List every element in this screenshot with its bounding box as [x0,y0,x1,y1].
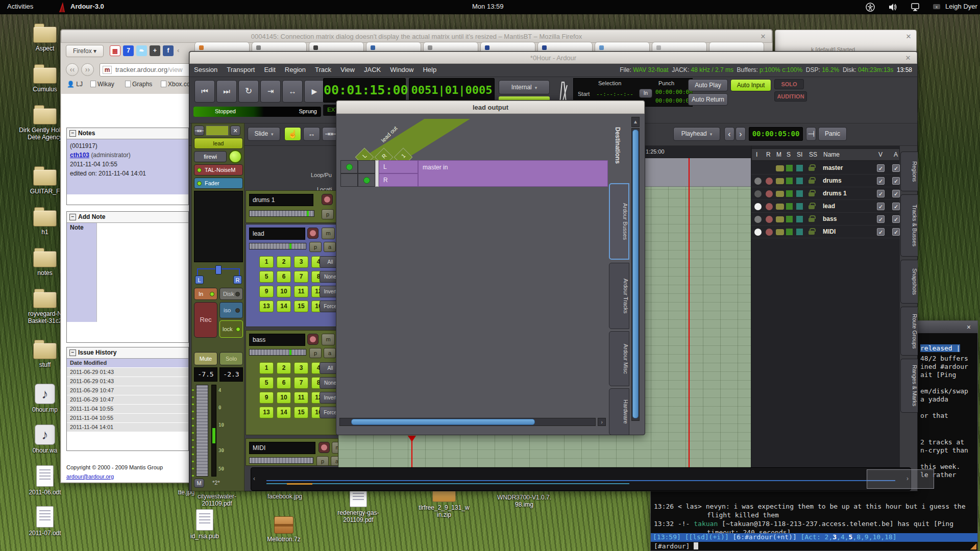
primary-clock[interactable]: 00:01:15:00 [323,78,406,103]
midi-channel-1-button[interactable]: 1 [259,256,274,268]
midi-channel-15-button[interactable]: 15 [294,300,308,312]
tab-ardour-busses[interactable]: Ardour Busses [609,183,629,260]
processor-fader[interactable]: Fader [194,178,243,189]
midi-channel-11-button[interactable]: 11 [294,392,308,404]
collapse-arrow-icon[interactable]: ‹ [177,46,179,54]
record-enable-icon[interactable] [322,194,333,205]
visible-checkbox[interactable]: ✓ [877,228,885,236]
accessibility-icon[interactable] [866,3,875,12]
activities-button[interactable]: Activities [7,3,33,10]
tab-route-groups[interactable]: Route Groups [900,307,918,356]
pinned-tab-icon[interactable]: + [150,45,160,56]
ardour-titlebar[interactable]: *0Hour - Ardour ✕ [189,52,917,64]
desktop-icon-id-rsa-pub[interactable]: id_rsa.pub [182,509,228,540]
edit-point-clock[interactable]: 00:00:05:00 [749,127,803,141]
menu-region[interactable]: Region [285,66,306,73]
track-header-lead[interactable]: lead m p a 12345678910111213141516 All N… [246,224,338,327]
close-icon[interactable]: ✕ [904,32,913,41]
user-menu[interactable]: Leigh Dyer [945,3,977,10]
strip-solo-button[interactable]: Solo [219,352,243,365]
matrix-cell-L-L[interactable] [340,160,358,173]
midi-channel-6-button[interactable]: 6 [277,271,291,283]
record-enable-button[interactable]: Rec [194,302,217,338]
active-checkbox[interactable]: ✓ [892,228,900,236]
midi-channel-5-button[interactable]: 5 [259,377,274,389]
track-color-chip[interactable] [206,126,229,136]
solo-lock-button[interactable]: lock [219,320,243,338]
menu-edit[interactable]: Edit [264,66,275,73]
forward-button[interactable]: ›› [81,63,94,76]
scroll-right-icon[interactable]: › [598,418,606,426]
volume-icon[interactable] [888,3,897,12]
playhead-line[interactable] [689,158,690,467]
track-name[interactable]: bass [249,334,305,346]
track-header-drums1[interactable]: drums 1 p [246,190,338,223]
focused-app-name[interactable]: Ardour-3.0 [70,3,104,10]
punch-in-button[interactable]: In [639,89,652,98]
trim-knob[interactable] [229,150,242,163]
menu-jack[interactable]: JACK [364,66,381,73]
automation-button[interactable]: a [324,242,336,252]
midi-channel-1-button[interactable]: 1 [259,362,274,374]
tab-ranges-marks[interactable]: Ranges & Marks [900,359,918,413]
tab-tracks-busses[interactable]: Tracks & Busses [900,194,918,257]
midi-channel-2-button[interactable]: 2 [277,256,291,268]
midi-channel-13-button[interactable]: 13 [259,300,274,312]
menu-transport[interactable]: Transport [227,66,255,73]
active-checkbox[interactable]: ✓ [892,177,900,185]
tab-regions[interactable]: Regions [900,152,918,191]
secondary-clock[interactable]: 0051|01|0005 [409,78,495,103]
gain-fader[interactable] [196,385,208,477]
dest-port-L[interactable]: L [379,160,418,173]
track-row-drums1[interactable]: drums 1 ✓✓ [751,188,900,200]
panic-button[interactable]: Panic [818,127,847,141]
menu-help[interactable]: Help [423,66,436,73]
midi-channel-10-button[interactable]: 10 [277,286,291,297]
midi-channel-5-button[interactable]: 5 [259,271,274,283]
hscroll-thumb[interactable] [351,419,535,425]
midi-channel-3-button[interactable]: 3 [294,256,308,268]
zoom-focus-combo[interactable]: Playhead [673,127,720,141]
midi-channel-13-button[interactable]: 13 [259,407,274,418]
twitter-icon[interactable]: ❧ [136,45,147,56]
grab-tool-button[interactable]: ☝ [284,127,301,141]
matrix-cell-L-R[interactable] [340,173,358,187]
active-checkbox[interactable]: ✓ [892,164,900,172]
active-checkbox[interactable]: ✓ [892,215,900,223]
midi-channel-11-button[interactable]: 11 [294,286,308,297]
track-row-master[interactable]: master ✓✓ [751,162,900,174]
automation-button[interactable]: a [324,348,336,358]
vscroll-thumb[interactable] [632,130,639,418]
close-icon[interactable]: ✕ [964,322,973,332]
midi-panic-icon-button[interactable]: ⊣ [806,127,816,141]
gain-display[interactable]: -7.5 [194,367,217,382]
midi-channel-7-button[interactable]: 7 [294,377,308,389]
visible-checkbox[interactable]: ✓ [877,215,885,223]
dialog-hscrollbar[interactable] [339,418,596,426]
range-tool-button[interactable]: ↔ [303,127,320,141]
track-header-bass[interactable]: bass m p a 12345678910111213141516 All N… [246,330,338,435]
tab-snapshots[interactable]: Snapshots [900,260,918,304]
active-checkbox[interactable]: ✓ [892,203,900,210]
editor-summary-bar[interactable]: ‹ › [251,467,911,491]
note-textarea[interactable] [96,223,188,322]
desktop-icon-2011-07-odt[interactable]: 2011-07.odt [18,506,71,537]
matrix-cell-R-R[interactable] [358,173,375,187]
midi-channel-10-button[interactable]: 10 [277,392,291,404]
strip-input-button[interactable]: firewi [194,151,227,162]
zoom-in-button[interactable]: › [736,127,746,141]
midi-channel-6-button[interactable]: 6 [277,377,291,389]
contact-email-link[interactable]: ardour@ardour.org [66,473,114,480]
topbar-clock[interactable]: Mon 13:59 [472,3,503,10]
strip-name-button[interactable]: lead [194,138,243,149]
menu-session[interactable]: Session [194,66,217,73]
bookmark-wikay[interactable]: Wikay [90,81,114,88]
track-row-drums[interactable]: drums ✓✓ [751,175,900,187]
dialog-titlebar[interactable]: lead output [336,101,645,114]
visible-checkbox[interactable]: ✓ [877,177,885,185]
strip-width-button[interactable]: ⇥⇤ [194,126,204,136]
firefox-titlebar[interactable]: 0004145: Connection matrix dialog doesn'… [61,30,772,43]
chat-status-icon[interactable]: x [932,3,941,12]
track-row-midi[interactable]: MIDI ✓✓ [751,226,900,238]
visible-checkbox[interactable]: ✓ [877,203,885,210]
